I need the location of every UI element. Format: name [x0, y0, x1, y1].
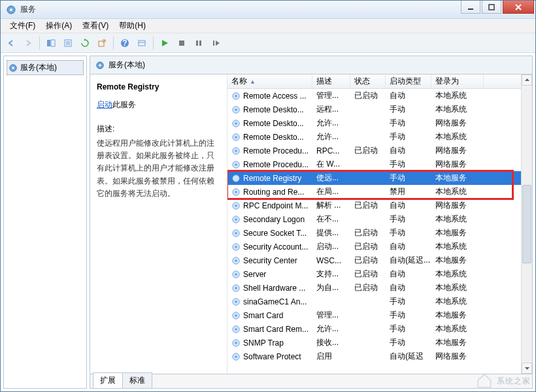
- svg-point-47: [235, 232, 237, 235]
- service-row[interactable]: Remote Deskto...远程...手动本地系统: [227, 103, 532, 116]
- service-row[interactable]: sinaGameC1 An...手动本地系统: [227, 295, 532, 308]
- service-row[interactable]: RPC Endpoint M...解析 ...已启动自动网络服务: [227, 199, 532, 212]
- svg-point-63: [235, 342, 237, 344]
- start-link[interactable]: 启动: [97, 100, 112, 109]
- start-service-button[interactable]: [157, 35, 173, 51]
- gear-icon: [6, 5, 16, 15]
- service-row[interactable]: Smart Card管理...手动本地服务: [227, 308, 532, 322]
- service-row[interactable]: Secondary Logon在不...手动本地系统: [227, 212, 532, 226]
- stop-service-button[interactable]: [174, 35, 190, 51]
- scroll-track[interactable]: [522, 264, 532, 363]
- list-body[interactable]: Remote Access ...管理...已启动自动本地系统Remote De…: [227, 89, 532, 374]
- svg-point-59: [235, 314, 237, 317]
- vertical-scrollbar[interactable]: [521, 74, 532, 374]
- svg-point-53: [235, 273, 237, 276]
- back-button[interactable]: [3, 35, 19, 51]
- forward-button[interactable]: [20, 35, 36, 51]
- svg-point-65: [235, 355, 237, 358]
- service-row[interactable]: Remote Procedu...在 W...手动网络服务: [227, 157, 532, 171]
- scroll-up-button[interactable]: [522, 74, 532, 86]
- service-row[interactable]: Remote Procedu...RPC...已启动自动网络服务: [227, 144, 532, 157]
- properties-button[interactable]: [60, 35, 76, 51]
- svg-point-29: [235, 108, 237, 111]
- gear-icon: [8, 63, 18, 73]
- cell-startup: 手动: [386, 214, 431, 225]
- service-row[interactable]: Smart Card Rem...允许...手动本地系统: [227, 322, 532, 336]
- svg-rect-16: [139, 41, 145, 46]
- menu-action[interactable]: 操作(A): [41, 19, 77, 33]
- service-row[interactable]: Secure Socket T...提供...已启动手动本地服务: [227, 226, 532, 240]
- separator: [113, 37, 114, 50]
- svg-point-57: [235, 301, 237, 303]
- cell-desc: 远程...: [312, 104, 350, 115]
- window-controls: [461, 1, 535, 18]
- service-row[interactable]: Remote Deskto...允许...手动本地系统: [227, 130, 532, 144]
- scroll-track[interactable]: [522, 86, 532, 184]
- svg-point-39: [235, 177, 237, 180]
- cell-logon: 本地系统: [431, 282, 484, 293]
- filter-button[interactable]: [134, 35, 150, 51]
- maximize-button[interactable]: [482, 1, 501, 14]
- cell-startup: 手动: [386, 104, 431, 115]
- service-row[interactable]: SNMP Trap接收...手动本地服务: [227, 336, 532, 350]
- service-row[interactable]: Shell Hardware ...为自...已启动自动本地系统: [227, 281, 532, 295]
- service-row[interactable]: Security Account...启动...已启动自动本地系统: [227, 240, 532, 253]
- help-button[interactable]: ?: [117, 35, 133, 51]
- menu-help[interactable]: 帮助(H): [114, 19, 151, 33]
- service-row[interactable]: Remote Deskto...允许...手动网络服务: [227, 116, 532, 130]
- cell-name: Smart Card: [227, 311, 312, 320]
- cell-logon: 网络服务: [431, 200, 484, 211]
- tree-root-item[interactable]: 服务(本地): [7, 60, 84, 75]
- cell-startup: 手动: [386, 296, 431, 307]
- col-logon[interactable]: 登录为: [431, 74, 484, 88]
- export-button[interactable]: [94, 35, 110, 51]
- tabs-footer: 扩展 标准: [90, 374, 533, 389]
- minimize-button[interactable]: [461, 1, 480, 14]
- tab-standard[interactable]: 标准: [122, 372, 152, 388]
- scroll-thumb[interactable]: [522, 185, 531, 263]
- service-row[interactable]: Remote Access ...管理...已启动自动本地系统: [227, 89, 532, 103]
- body: 服务(本地) 服务(本地) Remote Registry 启动此服务 描述: …: [1, 53, 535, 391]
- service-row[interactable]: Security CenterWSC...已启动自动(延迟...本地服务: [227, 253, 532, 267]
- col-desc[interactable]: 描述: [312, 74, 350, 88]
- col-name[interactable]: 名称▲: [227, 74, 312, 88]
- svg-text:?: ?: [122, 39, 127, 48]
- menu-view[interactable]: 查看(V): [77, 19, 114, 33]
- cell-name: Shell Hardware ...: [227, 284, 312, 293]
- cell-name: RPC Endpoint M...: [227, 201, 312, 210]
- col-status[interactable]: 状态: [350, 74, 386, 88]
- cell-name: Remote Procedu...: [227, 160, 312, 169]
- cell-startup: 手动: [386, 310, 431, 321]
- close-button[interactable]: [503, 1, 534, 14]
- service-row[interactable]: Server支持...已启动自动本地系统: [227, 267, 532, 281]
- cell-name: Remote Deskto...: [227, 105, 312, 114]
- cell-desc: RPC...: [312, 146, 350, 155]
- cell-logon: 本地系统: [431, 323, 484, 335]
- cell-logon: 本地系统: [431, 186, 484, 197]
- refresh-button[interactable]: [77, 35, 93, 51]
- tree-root-label: 服务(本地): [20, 62, 57, 73]
- service-row[interactable]: Remote Registry使远...手动本地服务: [227, 171, 532, 185]
- scroll-down-button[interactable]: [522, 363, 532, 374]
- show-hide-tree-button[interactable]: [43, 35, 59, 51]
- svg-point-1: [10, 8, 12, 11]
- tree-pane: 服务(本地): [3, 56, 87, 389]
- svg-rect-7: [51, 40, 55, 46]
- cell-logon: 本地系统: [431, 241, 484, 252]
- cell-desc: 启用: [312, 351, 350, 362]
- cell-status: 已启动: [350, 282, 386, 293]
- cell-status: 已启动: [350, 145, 386, 156]
- svg-rect-3: [489, 5, 494, 10]
- cell-startup: 手动: [386, 159, 431, 170]
- col-startup[interactable]: 启动类型: [386, 74, 431, 88]
- menu-file[interactable]: 文件(F): [5, 19, 41, 33]
- svg-rect-6: [47, 40, 50, 46]
- cell-name: Routing and Re...: [227, 188, 312, 197]
- service-row[interactable]: Routing and Re...在局...禁用本地系统: [227, 185, 532, 199]
- service-row[interactable]: Software Protect启用自动(延迟网络服务: [227, 350, 532, 363]
- detail-title: Remote Registry: [97, 82, 220, 91]
- cell-startup: 手动: [386, 172, 431, 184]
- pause-service-button[interactable]: [191, 35, 207, 51]
- restart-service-button[interactable]: [208, 35, 224, 51]
- tab-extended[interactable]: 扩展: [93, 372, 123, 388]
